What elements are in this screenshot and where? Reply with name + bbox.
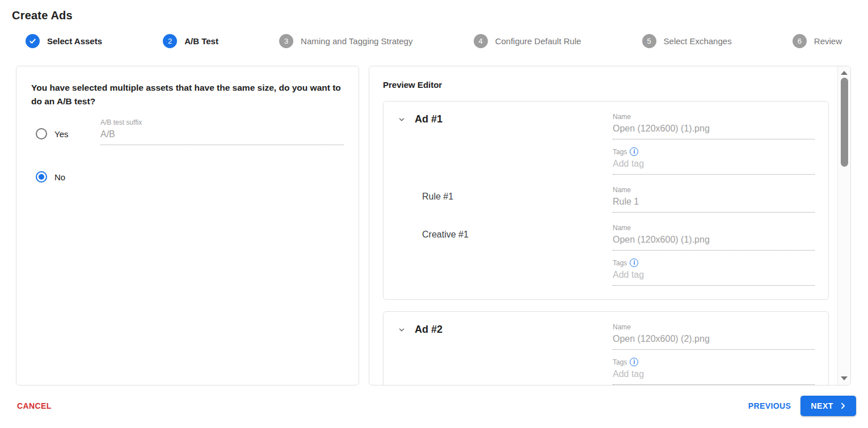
ad-fields-column: Name Tags i: [613, 323, 815, 385]
field-label: Name: [613, 323, 815, 331]
step-number-circle: 2: [163, 34, 177, 48]
chevron-down-icon: [398, 116, 406, 124]
field-label: Tags: [613, 148, 627, 156]
page-title: Create Ads: [0, 0, 868, 22]
field-label: Tags: [613, 358, 627, 366]
yes-option-row: Yes A/B test suffix: [31, 118, 344, 145]
ab-suffix-input[interactable]: [100, 126, 344, 145]
step-label: Naming and Tagging Strategy: [301, 36, 412, 46]
wizard-stepper: Select Assets 2 A/B Test 3 Naming and Ta…: [0, 32, 868, 49]
creative-title: Creative #1: [397, 224, 613, 240]
field-label: Name: [613, 186, 815, 194]
step-label: Select Exchanges: [664, 36, 732, 46]
rule-title-column: Rule #1: [397, 186, 613, 213]
ad-fields-column: Name Tags i: [613, 113, 815, 175]
rule-row: Rule #1 Name: [397, 186, 815, 213]
creative-tags-field: Tags i: [613, 259, 815, 286]
step-number-circle: 3: [279, 34, 293, 48]
ad-name-input[interactable]: [613, 331, 815, 350]
ad-header-row: Ad #1 Name Tags i: [397, 113, 815, 175]
collapse-toggle[interactable]: [397, 325, 406, 334]
ad-header-row: Ad #2 Name Tags i: [397, 323, 815, 385]
ad-tags-input[interactable]: [613, 366, 815, 385]
rule-name-input[interactable]: [613, 194, 815, 213]
rule-title: Rule #1: [397, 187, 613, 202]
next-button[interactable]: NEXT: [800, 396, 856, 416]
creative-row: Creative #1 Name Tags i: [397, 224, 815, 286]
step-ab-test[interactable]: 2 A/B Test: [163, 34, 218, 48]
ad-card-2: Ad #2 Name Tags i: [383, 311, 829, 385]
ad-tags-field: Tags i: [613, 147, 815, 175]
radio-unselected-icon[interactable]: [36, 128, 47, 139]
step-number-circle: 6: [793, 34, 807, 48]
chevron-down-icon: [398, 326, 406, 334]
ad-tags-input[interactable]: [613, 156, 815, 175]
check-icon: [28, 37, 37, 45]
step-label: A/B Test: [184, 36, 218, 46]
ab-suffix-field: A/B test suffix: [100, 118, 344, 145]
info-icon[interactable]: i: [630, 358, 638, 366]
preview-editor-title: Preview Editor: [383, 80, 829, 90]
radio-option-no[interactable]: No: [36, 171, 100, 183]
creative-name-input[interactable]: [613, 232, 815, 251]
scroll-down-arrow-icon[interactable]: [841, 376, 848, 380]
info-icon[interactable]: i: [630, 147, 638, 156]
step-label: Configure Default Rule: [495, 36, 582, 46]
step-review[interactable]: 6 Review: [793, 34, 842, 48]
no-option-row: No: [31, 171, 344, 188]
creative-tags-input[interactable]: [613, 267, 815, 286]
radio-option-yes[interactable]: Yes: [36, 128, 100, 139]
next-button-label: NEXT: [811, 401, 833, 410]
wizard-footer: CANCEL PREVIOUS NEXT: [0, 396, 868, 416]
creative-fields-column: Name Tags i: [613, 224, 815, 286]
step-done-circle: [26, 34, 40, 48]
ab-test-question: You have selected multiple assets that h…: [31, 81, 344, 108]
ab-test-panel: You have selected multiple assets that h…: [16, 66, 359, 385]
ad-name-input[interactable]: [613, 121, 815, 139]
ad-name-field: Name: [613, 323, 815, 350]
preview-editor-panel: Preview Editor Ad #1 Name: [369, 66, 851, 385]
step-configure-default-rule[interactable]: 4 Configure Default Rule: [474, 34, 582, 48]
step-number-circle: 5: [642, 34, 656, 48]
ad-title-column: Ad #1: [397, 113, 613, 175]
info-icon[interactable]: i: [630, 259, 638, 267]
step-naming-tagging[interactable]: 3 Naming and Tagging Strategy: [279, 34, 412, 48]
creative-title-column: Creative #1: [397, 224, 613, 286]
rule-fields-column: Name: [613, 186, 815, 213]
creative-name-field: Name: [613, 224, 815, 251]
cancel-button[interactable]: CANCEL: [17, 401, 52, 410]
field-label: A/B test suffix: [100, 118, 344, 126]
radio-label: No: [54, 172, 65, 182]
ad-card-1: Ad #1 Name Tags i: [383, 101, 829, 300]
chevron-right-icon: [839, 402, 847, 410]
previous-button[interactable]: PREVIOUS: [748, 401, 791, 410]
step-number-circle: 4: [474, 34, 488, 48]
field-label: Name: [613, 224, 815, 232]
scroll-up-arrow-icon[interactable]: [841, 71, 848, 75]
step-label: Review: [814, 36, 842, 46]
field-label: Name: [613, 113, 815, 121]
collapse-toggle[interactable]: [397, 115, 406, 124]
step-select-assets[interactable]: Select Assets: [26, 34, 102, 48]
step-select-exchanges[interactable]: 5 Select Exchanges: [642, 34, 732, 48]
rule-name-field: Name: [613, 186, 815, 213]
ad-title: Ad #2: [415, 324, 443, 336]
radio-label: Yes: [54, 129, 68, 139]
scrollbar-thumb[interactable]: [841, 78, 848, 167]
preview-scrollbar[interactable]: [837, 66, 850, 385]
step-label: Select Assets: [47, 36, 102, 46]
radio-selected-icon[interactable]: [36, 171, 47, 183]
ad-title-column: Ad #2: [397, 323, 613, 385]
ad-tags-field: Tags i: [613, 358, 815, 385]
ad-name-field: Name: [613, 113, 815, 139]
ad-title: Ad #1: [415, 113, 443, 125]
main-content: You have selected multiple assets that h…: [0, 66, 868, 385]
field-label: Tags: [613, 259, 627, 267]
